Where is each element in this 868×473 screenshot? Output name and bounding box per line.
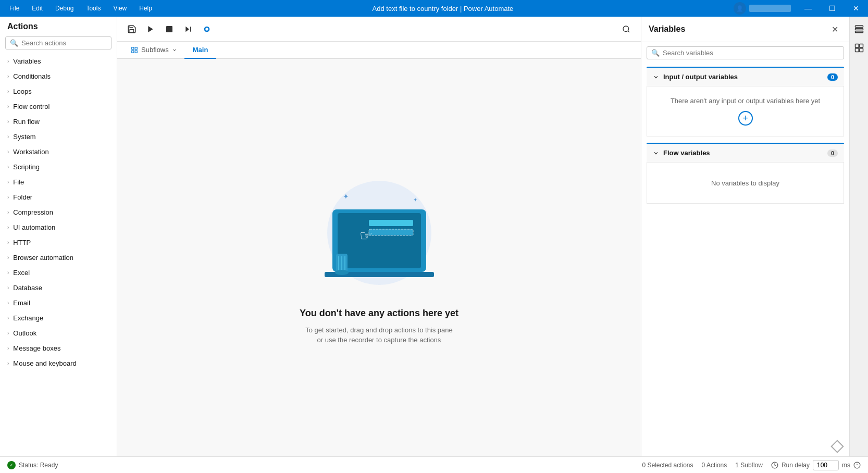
action-item-ui-automation[interactable]: › UI automation (0, 220, 117, 235)
ui-elements-icon-button[interactable] (851, 40, 867, 56)
tab-main[interactable]: Main (184, 42, 217, 59)
run-delay-label: Run delay (782, 462, 810, 469)
input-output-empty-text: There aren't any input or output variabl… (671, 97, 820, 105)
chevron-icon: › (7, 270, 9, 276)
action-label: Email (13, 299, 30, 307)
subflow-count: 1 Subflow (735, 462, 763, 469)
svg-marker-2 (185, 26, 189, 32)
search-actions-box[interactable]: 🔍 (5, 36, 111, 49)
action-item-compression[interactable]: › Compression (0, 205, 117, 220)
stop-button[interactable] (161, 21, 178, 38)
variables-close-button[interactable]: ✕ (827, 22, 842, 36)
menu-debug[interactable]: Debug (50, 3, 79, 14)
svg-rect-8 (132, 47, 134, 49)
tab-subflows[interactable]: Subflows (123, 42, 184, 59)
action-label: Flow control (13, 103, 49, 110)
action-label: Message boxes (13, 344, 60, 352)
action-label: Loops (13, 88, 31, 95)
search-actions-input[interactable] (21, 39, 107, 47)
action-label: Database (13, 284, 42, 292)
search-actions-icon: 🔍 (10, 39, 18, 47)
action-item-run-flow[interactable]: › Run flow (0, 114, 117, 129)
svg-rect-33 (855, 48, 859, 52)
menu-view[interactable]: View (108, 3, 132, 14)
record-button[interactable] (199, 21, 215, 38)
canvas-area: ✦ ✦ ✦ ✦ ☞ (117, 59, 641, 456)
chevron-icon: › (7, 345, 9, 351)
action-label: Exchange (13, 314, 43, 322)
action-item-system[interactable]: › System (0, 129, 117, 144)
action-item-exchange[interactable]: › Exchange (0, 310, 117, 326)
action-item-folder[interactable]: › Folder (0, 190, 117, 205)
chevron-icon: › (7, 58, 9, 64)
action-label: Variables (13, 57, 41, 65)
menu-edit[interactable]: Edit (27, 3, 48, 14)
chevron-icon: › (7, 240, 9, 245)
status-ready: ✓ Status: Ready (7, 461, 58, 469)
action-item-loops[interactable]: › Loops (0, 84, 117, 99)
action-label: Workstation (13, 148, 48, 156)
action-item-scripting[interactable]: › Scripting (0, 159, 117, 175)
action-item-conditionals[interactable]: › Conditionals (0, 69, 117, 84)
add-variable-button[interactable]: + (738, 111, 753, 126)
minimize-button[interactable]: — (796, 0, 820, 17)
input-output-header[interactable]: Input / output variables 0 (647, 68, 844, 86)
status-text: Status: Ready (19, 462, 58, 469)
input-output-count: 0 (827, 73, 838, 81)
action-item-workstation[interactable]: › Workstation (0, 144, 117, 159)
chevron-icon: › (7, 209, 9, 215)
actions-count: 0 Actions (702, 462, 727, 469)
next-button[interactable] (180, 21, 196, 38)
svg-point-6 (623, 26, 629, 32)
menu-file[interactable]: File (4, 3, 24, 14)
chevron-icon: › (7, 89, 9, 94)
svg-rect-34 (859, 48, 863, 52)
chevron-icon: › (7, 104, 9, 109)
search-variables-box[interactable]: 🔍 (647, 46, 844, 59)
action-item-excel[interactable]: › Excel (0, 265, 117, 280)
run-delay-input[interactable] (813, 460, 839, 470)
close-button[interactable]: ✕ (844, 0, 868, 17)
action-label: Excel (13, 269, 30, 277)
chevron-icon: › (7, 164, 9, 170)
flow-variables-title: Flow variables (663, 149, 823, 157)
chevron-icon: › (7, 134, 9, 140)
menu-help[interactable]: Help (134, 3, 157, 14)
action-item-message-boxes[interactable]: › Message boxes (0, 341, 117, 356)
clear-icon[interactable] (830, 440, 844, 453)
maximize-button[interactable]: ☐ (820, 0, 844, 17)
action-item-browser-automation[interactable]: › Browser automation (0, 250, 117, 265)
chevron-icon: › (7, 285, 9, 291)
svg-rect-29 (855, 29, 863, 30)
action-item-outlook[interactable]: › Outlook (0, 326, 117, 341)
user-area: 👤 (728, 2, 796, 15)
action-item-mouse-keyboard[interactable]: › Mouse and keyboard (0, 356, 117, 371)
action-item-database[interactable]: › Database (0, 280, 117, 295)
search-variables-input[interactable] (663, 49, 839, 57)
tabs-bar: Subflows Main (117, 42, 641, 59)
menu-tools[interactable]: Tools (81, 3, 106, 14)
action-item-flow-control[interactable]: › Flow control (0, 99, 117, 114)
action-label: Folder (13, 193, 32, 201)
search-button[interactable] (618, 21, 635, 38)
svg-point-27 (335, 270, 349, 275)
flow-variables-body: No variables to display (647, 162, 844, 204)
action-label: Mouse and keyboard (13, 359, 76, 367)
chevron-icon: › (7, 119, 9, 125)
input-output-title: Input / output variables (663, 73, 823, 81)
action-item-email[interactable]: › Email (0, 295, 117, 310)
chevron-icon: › (7, 360, 9, 366)
chevron-icon: › (7, 194, 9, 200)
status-icon: ✓ (7, 461, 16, 469)
save-button[interactable] (123, 21, 140, 38)
action-item-file[interactable]: › File (0, 175, 117, 190)
variables-icon-button[interactable] (851, 21, 867, 38)
flow-variables-header[interactable]: Flow variables 0 (647, 144, 844, 162)
action-item-variables[interactable]: › Variables (0, 54, 117, 69)
play-button[interactable] (142, 21, 159, 38)
chevron-icon: › (7, 149, 9, 155)
chevron-icon: › (7, 330, 9, 336)
action-item-http[interactable]: › HTTP (0, 235, 117, 250)
action-label: File (13, 178, 24, 186)
selected-actions-count: 0 Selected actions (642, 462, 693, 469)
